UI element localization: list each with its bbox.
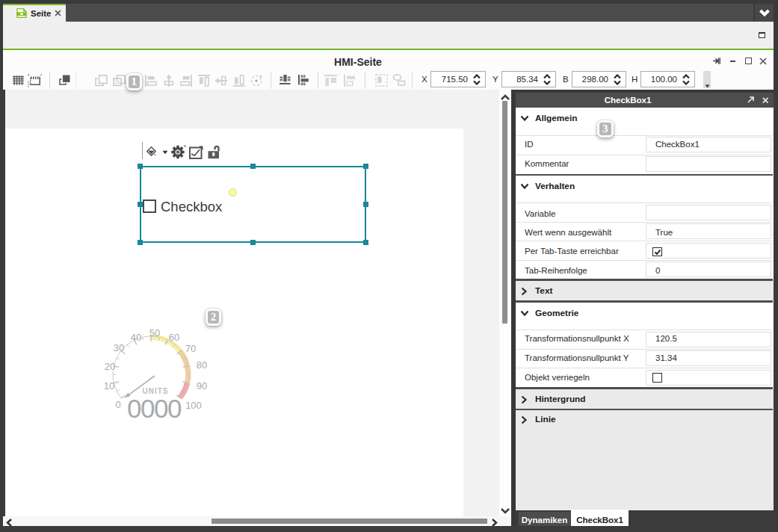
svg-text:40: 40 bbox=[131, 332, 141, 343]
svg-text:70: 70 bbox=[185, 343, 196, 354]
svg-text:50: 50 bbox=[149, 327, 160, 338]
svg-text:60: 60 bbox=[169, 332, 179, 343]
svg-text:0000: 0000 bbox=[127, 394, 182, 423]
svg-text:80: 80 bbox=[197, 359, 207, 371]
svg-text:20: 20 bbox=[105, 361, 115, 372]
svg-text:90: 90 bbox=[197, 380, 207, 392]
svg-text:30: 30 bbox=[114, 342, 124, 353]
svg-text:0: 0 bbox=[115, 399, 120, 410]
svg-text:100: 100 bbox=[185, 400, 202, 411]
svg-text:10: 10 bbox=[104, 380, 114, 392]
